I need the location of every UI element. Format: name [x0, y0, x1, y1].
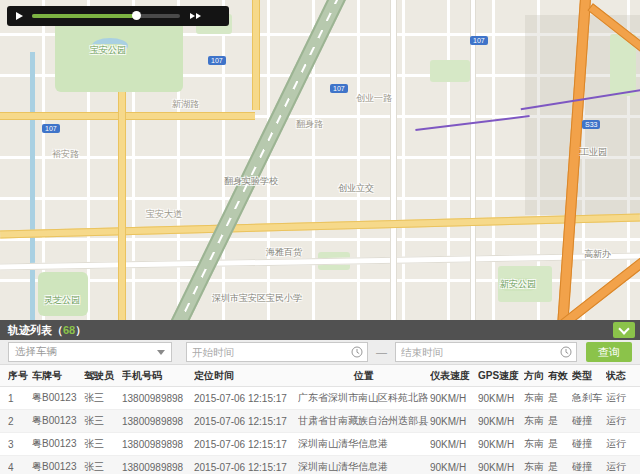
table-cell: 粤B00123 [32, 460, 84, 474]
road-number-badge: 107 [470, 36, 488, 45]
table-cell: 粤B00123 [32, 414, 84, 428]
column-header: 车牌号 [32, 369, 84, 383]
column-header: 手机号码 [122, 369, 194, 383]
table-row[interactable]: 4粤B00123张三138009898982015-07-06 12:15:17… [0, 456, 640, 474]
query-button[interactable]: 查询 [586, 342, 632, 362]
table-cell: 东南 [524, 391, 548, 405]
table-cell: 是 [548, 414, 572, 428]
column-header: 类型 [572, 369, 606, 383]
playback-bar [7, 6, 229, 26]
road-number-badge: 107 [42, 124, 60, 133]
table-cell: 2015-07-06 12:15:17 [194, 416, 298, 427]
table-row[interactable]: 2粤B00123张三138009898982015-07-06 12:15:17… [0, 410, 640, 433]
clock-icon [560, 346, 572, 358]
table-cell: 13800989898 [122, 393, 194, 404]
table-cell: 张三 [84, 460, 122, 474]
road-number-badge: 107 [330, 84, 348, 93]
table-header: 序号车牌号驾驶员手机号码定位时间位置仪表速度GPS速度方向有效类型状态 [0, 365, 640, 387]
map-label: 创业一路 [356, 92, 392, 105]
column-header: 方向 [524, 369, 548, 383]
table-cell: 2 [8, 416, 32, 427]
filter-bar: 选择车辆 — 查询 [0, 340, 640, 365]
table-row[interactable]: 1粤B00123张三138009898982015-07-06 12:15:17… [0, 387, 640, 410]
map-label: 创业立交 [338, 182, 374, 195]
road-number-badge: S33 [582, 120, 600, 129]
table-cell: 运行 [606, 414, 640, 428]
table-cell: 90KM/H [478, 439, 524, 450]
table-cell: 90KM/H [430, 439, 478, 450]
column-header: 状态 [606, 369, 640, 383]
table-cell: 粤B00123 [32, 391, 84, 405]
table-body: 1粤B00123张三138009898982015-07-06 12:15:17… [0, 387, 640, 474]
table-cell: 4 [8, 462, 32, 473]
map-road [252, 0, 260, 110]
progress-slider[interactable] [32, 14, 180, 18]
map-label: 翻身路 [296, 118, 323, 131]
map-label: 裕安路 [52, 148, 79, 161]
table-cell: 2015-07-06 12:15:17 [194, 439, 298, 450]
table-cell: 13800989898 [122, 416, 194, 427]
map-label: 灵芝公园 [44, 294, 80, 307]
table-cell: 是 [548, 460, 572, 474]
table-cell: 碰撞 [572, 437, 606, 451]
map-label: 高新办 [584, 248, 611, 261]
table-cell: 90KM/H [430, 416, 478, 427]
clock-icon [351, 346, 363, 358]
end-time-field[interactable] [396, 346, 560, 358]
road-number-badge: 107 [208, 56, 226, 65]
range-separator: — [376, 346, 387, 358]
map-road [118, 92, 126, 320]
panel-title: 轨迹列表（68） [8, 323, 86, 338]
table-cell: 是 [548, 437, 572, 451]
table-cell: 张三 [84, 414, 122, 428]
table-cell: 广东省深圳市南山区科苑北路 [298, 391, 430, 405]
map-road [470, 0, 476, 320]
table-cell: 运行 [606, 437, 640, 451]
table-cell: 运行 [606, 391, 640, 405]
track-panel: 轨迹列表（68） 选择车辆 — 查询 序号车牌号驾驶员手机号码定位时间位置仪表速… [0, 320, 640, 474]
table-cell: 东南 [524, 460, 548, 474]
table-cell: 3 [8, 439, 32, 450]
map-label: 新安公园 [500, 278, 536, 291]
start-time-input[interactable] [186, 342, 368, 362]
table-cell: 1 [8, 393, 32, 404]
table-cell: 碰撞 [572, 460, 606, 474]
table-cell: 90KM/H [430, 462, 478, 473]
table-cell: 张三 [84, 391, 122, 405]
start-time-field[interactable] [187, 346, 351, 358]
map-label: 海雅百货 [266, 246, 302, 259]
table-cell: 13800989898 [122, 462, 194, 473]
map-label: 宝安公园 [90, 44, 126, 57]
fast-forward-button[interactable] [190, 13, 202, 19]
table-cell: 东南 [524, 437, 548, 451]
slider-handle[interactable] [132, 11, 141, 20]
map-canvas[interactable]: 宝安公园翻身实验学校创业立交海雅百货灵芝公园深圳市宝安区宝民小学新安公园宝安大道… [0, 0, 640, 320]
table-cell: 粤B00123 [32, 437, 84, 451]
table-row[interactable]: 3粤B00123张三138009898982015-07-06 12:15:17… [0, 433, 640, 456]
column-header: 位置 [298, 369, 430, 383]
table-cell: 急刹车 [572, 391, 606, 405]
table-cell: 深圳南山清华信息港 [298, 460, 430, 474]
table-cell: 运行 [606, 460, 640, 474]
column-header: 仪表速度 [430, 369, 478, 383]
table-cell: 90KM/H [478, 462, 524, 473]
table-cell: 碰撞 [572, 414, 606, 428]
table-cell: 甘肃省甘南藏族自治州迭部县 [298, 414, 430, 428]
column-header: 有效 [548, 369, 572, 383]
map-canal [30, 52, 35, 320]
end-time-input[interactable] [395, 342, 577, 362]
column-header: 定位时间 [194, 369, 298, 383]
table-cell: 13800989898 [122, 439, 194, 450]
map-label: 翻身实验学校 [224, 175, 278, 188]
map-road [0, 112, 255, 120]
panel-header: 轨迹列表（68） [0, 320, 640, 340]
table-cell: 2015-07-06 12:15:17 [194, 393, 298, 404]
vehicle-select[interactable]: 选择车辆 [8, 342, 172, 362]
collapse-button[interactable] [613, 322, 635, 338]
table-cell: 是 [548, 391, 572, 405]
map-label: 新湖路 [172, 98, 199, 111]
table-cell: 2015-07-06 12:15:17 [194, 462, 298, 473]
play-button[interactable] [16, 12, 23, 20]
map-park-area [430, 60, 470, 82]
map-road [390, 0, 397, 320]
